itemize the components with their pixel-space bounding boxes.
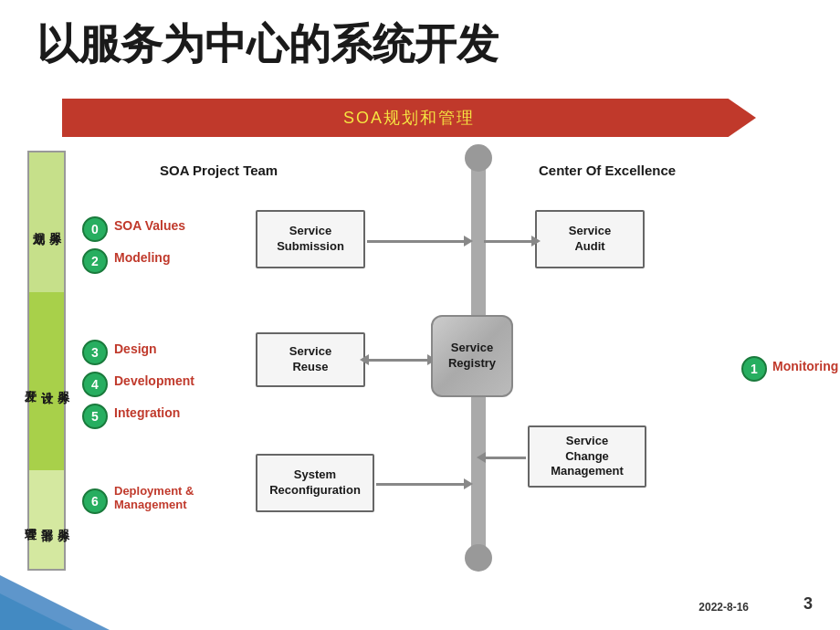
num-circle-3: 3	[82, 340, 108, 365]
item-label-0: SOA Values	[114, 218, 185, 233]
sidebar-top: 服务规划	[27, 151, 66, 292]
service-change-box: ServiceChangeManagement	[528, 425, 646, 488]
right-section-heading: Center Of Excellence	[539, 163, 676, 178]
arrow-reuse-registry	[367, 359, 429, 362]
left-section-heading: SOA Project Team	[160, 163, 278, 178]
sidebar-bottom: 服务部署管理	[27, 470, 66, 571]
footer-date: 2022-8-16	[698, 601, 749, 614]
spine-top-circle	[465, 144, 492, 172]
system-reconfig-label: SystemReconfiguration	[269, 467, 361, 499]
left-sidebar: 服务规划 服务设计开发 服务部署管理	[27, 151, 66, 571]
item-label-4: Development	[114, 373, 194, 388]
banner-text: SOA规划和管理	[343, 107, 475, 129]
arrow-submission-registry	[367, 240, 466, 243]
service-reuse-label: ServiceReuse	[289, 344, 331, 375]
service-reuse-box: ServiceReuse	[256, 332, 365, 387]
sidebar-middle: 服务设计开发	[27, 292, 66, 470]
item-label-2: Modeling	[114, 250, 170, 265]
monitoring-label: Monitoring	[772, 359, 838, 373]
arrow-registry-audit	[484, 240, 533, 243]
num-circle-2: 2	[82, 248, 108, 274]
service-submission-box: ServiceSubmission	[256, 210, 365, 268]
service-registry-container: ServiceRegistry	[431, 310, 513, 402]
service-submission-label: ServiceSubmission	[277, 224, 344, 255]
service-audit-box: ServiceAudit	[535, 210, 645, 268]
num-circle-6: 6	[82, 488, 108, 514]
spine-bottom-circle	[465, 544, 492, 572]
num-circle-5: 5	[82, 404, 108, 429]
deco-triangles	[0, 557, 183, 630]
num-circle-0: 0	[82, 216, 108, 242]
item-label-6: Deployment &Management	[114, 484, 194, 511]
arrow-registry-change	[484, 457, 526, 459]
arrow-reconfig-registry	[376, 483, 466, 486]
item-label-3: Design	[114, 341, 157, 356]
service-audit-label: ServiceAudit	[569, 224, 611, 255]
banner: SOA规划和管理	[62, 99, 756, 137]
num-circle-monitoring: 1	[741, 356, 767, 382]
service-registry-cylinder: ServiceRegistry	[431, 315, 513, 397]
footer-page: 3	[803, 594, 813, 614]
service-change-label: ServiceChangeManagement	[551, 434, 623, 480]
item-label-5: Integration	[114, 405, 180, 420]
num-circle-4: 4	[82, 372, 108, 397]
page-title: 以服务为中心的系统开发	[37, 16, 499, 73]
service-registry-label: ServiceRegistry	[448, 341, 496, 372]
system-reconfig-box: SystemReconfiguration	[256, 454, 374, 512]
